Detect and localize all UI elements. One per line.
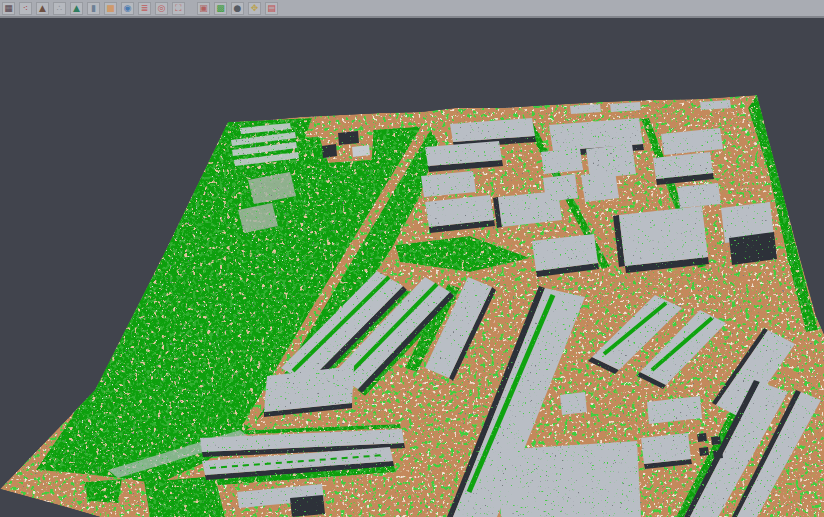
open-project-icon[interactable]: ▦ [2,2,15,15]
noise-overlay [0,95,824,517]
sparse-points-icon[interactable]: ∴ [53,2,66,15]
profile-tool-icon[interactable]: ▮ [87,2,100,15]
sphere-render-icon[interactable]: ● [231,2,244,15]
3d-viewport[interactable] [0,0,824,517]
dem-brown-icon[interactable]: ▲ [36,2,49,15]
noise-overlay-region [0,95,824,517]
globe-icon[interactable]: ◉ [121,2,134,15]
measure-icon[interactable]: ✥ [248,2,261,15]
classification-icon[interactable]: ▩ [214,2,227,15]
application-window: ▦⁖▲∴▲▮■◉≣◎⛶▣▩●✥▤ [0,0,824,517]
histogram-icon[interactable]: ≣ [138,2,151,15]
fit-view-icon[interactable]: ⛶ [172,2,185,15]
clipping-box-icon[interactable]: ▣ [197,2,210,15]
toolbar: ▦⁖▲∴▲▮■◉≣◎⛶▣▩●✥▤ [0,0,824,18]
dem-green-icon[interactable]: ▲ [70,2,83,15]
ortho-view-icon[interactable]: ■ [104,2,117,15]
point-cloud-icon[interactable]: ⁖ [19,2,32,15]
target-icon[interactable]: ◎ [155,2,168,15]
delete-points-icon[interactable]: ▤ [265,2,278,15]
